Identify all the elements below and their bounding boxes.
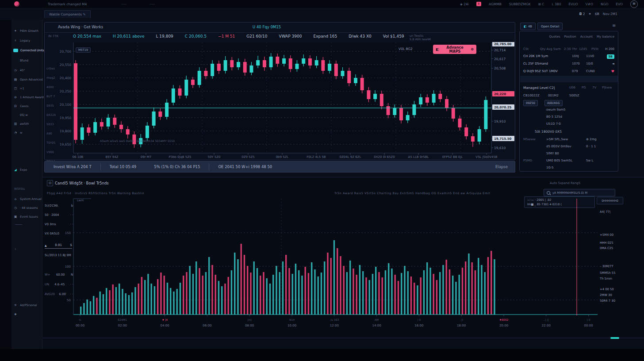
stepper-up-icon[interactable]: ▲ (45, 244, 47, 247)
advanced-maps-button[interactable]: ◧ Advance MAPS ⊜ (433, 45, 476, 54)
sidebar-item[interactable]: Connected Units (13, 49, 44, 52)
info-row: VX 0A5L0 (45, 232, 73, 235)
volume-bar (426, 262, 428, 315)
volume-bar (202, 276, 203, 315)
menu-item[interactable]: NGO (601, 2, 608, 6)
volume-bar (365, 277, 367, 315)
panel-link[interactable]: Account (580, 35, 593, 38)
menu-item[interactable]: ⊞ C (538, 2, 544, 6)
volume-bar (170, 288, 171, 315)
volume-bar (436, 280, 437, 315)
order-row-name[interactable]: CH 20K 1M 5ym (523, 54, 548, 58)
volume-bar (103, 294, 104, 315)
sidebar-item[interactable]: ▤Open Advanced (13, 78, 43, 81)
menu-item[interactable]: ····· (150, 2, 155, 6)
info-row: 5U/2C99.b (45, 204, 73, 207)
volume-bar (314, 269, 315, 315)
volume-series (80, 240, 495, 315)
menu-item[interactable]: L 380 (552, 2, 561, 6)
x-axis-label: 16:00 (414, 324, 423, 327)
sidebar-item[interactable]: ◈ (13, 312, 20, 316)
volume-bar (292, 274, 293, 315)
workspace-tab[interactable]: Wattle Components ✎ (44, 10, 91, 18)
x-axis-label: 02:00 (118, 324, 127, 327)
sidebar-item[interactable]: ⊜1 Amount Award (13, 96, 44, 99)
sidebar-item[interactable]: ✳Ad/P5rsonal (13, 303, 37, 307)
menu-item[interactable]: ◈ 24i (460, 2, 469, 6)
stepper-value[interactable]: 0.01 (55, 243, 62, 247)
panel-checkbox-icon[interactable]: ⊡ (47, 180, 53, 186)
sl-line-label: 5L/2013 11.BJ 9M (45, 253, 71, 257)
toolbar-icon[interactable]: ✦ (589, 12, 591, 16)
trading-app-root: Trademark changed M4·········· ◈ 24i!AGM… (0, 0, 644, 361)
order-row-price: 11V0 (586, 54, 594, 58)
candle (165, 103, 169, 117)
menu-item[interactable]: SUBBDZMGK (509, 2, 531, 6)
order-row-name[interactable]: CL 25F D5mand (523, 62, 548, 65)
sidebar-item[interactable]: › (13, 247, 20, 251)
volume-bar (131, 292, 133, 315)
volume-bar (199, 268, 200, 315)
sidebar-item[interactable]: 0S| w (13, 113, 28, 117)
quantity-stepper[interactable]: ▲0.01$ (45, 242, 72, 249)
section-chip[interactable]: A00/A5G (544, 100, 563, 106)
menu-item[interactable]: EVUO (568, 2, 578, 6)
menu-item[interactable]: AGMMB (489, 2, 502, 6)
panel-link[interactable]: My balance (597, 35, 614, 38)
panel-menu-icon[interactable]: ≡ (612, 23, 616, 28)
order-row-qty: 1070 (572, 62, 580, 65)
volume-bar (327, 253, 328, 315)
volume-bar (465, 261, 466, 315)
sidebar-item[interactable]: ⌂System Annual (13, 197, 42, 201)
main-chart-panel: Avada Wing · Get Works U 40 Fqy 0M15 IN … (44, 22, 515, 160)
menu-item[interactable]: ····· (121, 2, 126, 6)
sidebar-item[interactable]: ✦P4lm Growth (13, 29, 38, 33)
sidebar-item[interactable]: ◢Expo (13, 168, 27, 172)
status-item: OE 2041 50 W+i 1998 48 50 (209, 165, 281, 169)
volume-bar (244, 255, 245, 315)
volume-bar (269, 284, 271, 315)
panel-tab[interactable]: Open Detail (537, 23, 563, 30)
detail-alert: ⊕ 2mg (586, 138, 597, 141)
sidebar-item[interactable]: ♯Legacy (13, 39, 30, 42)
sidebar-item[interactable]: ◷· 44 seasons (13, 206, 38, 210)
sidebar-item[interactable]: ◷45° (13, 69, 25, 72)
candle (295, 64, 299, 69)
section-chip[interactable]: 09Z50 (523, 100, 538, 106)
panel-tab[interactable]: ◧4B (520, 23, 536, 30)
candle (172, 88, 175, 103)
volume-bar (401, 273, 402, 315)
sidebar-item[interactable]: ◫+1 (13, 87, 24, 90)
y-axis-label: 20,250 (60, 89, 71, 93)
sidebar-item[interactable]: ◔w (13, 131, 22, 134)
notification-badge[interactable]: ! (476, 2, 481, 6)
sidebar-item-label: Connected Units (20, 49, 44, 52)
menu-item[interactable]: EVO (616, 2, 623, 6)
right-axis-label: HHH 025 (600, 241, 613, 245)
toolbar-icon[interactable]: ◘ 2 (579, 12, 585, 16)
candle (302, 58, 305, 64)
panel-link[interactable]: Quotes (549, 35, 560, 38)
volume-bar (382, 277, 383, 315)
sidebar-item[interactable]: ▥aw5th (13, 122, 29, 126)
app-logo-icon[interactable] (14, 1, 19, 7)
sidebar-item[interactable]: Bfund (13, 59, 28, 62)
candle (360, 78, 364, 90)
menu-item[interactable]: V#O (586, 2, 593, 6)
menu-item[interactable]: Trademark changed M4 (48, 2, 87, 6)
toolbar-icon[interactable]: 6B (595, 12, 599, 16)
volume-bar (410, 277, 412, 315)
candle (230, 60, 234, 67)
panel-link[interactable]: Position (564, 35, 576, 38)
volume-bar (215, 275, 216, 315)
volume-bar (288, 268, 290, 315)
sidebar-item[interactable]: ⊟Cases (13, 104, 28, 108)
horizontal-scrollbar[interactable] (42, 337, 644, 339)
sidebar-item[interactable]: ▣Event Issues (13, 215, 38, 219)
volume-bar (196, 261, 197, 315)
right-axis-label: A4| 77| (600, 210, 610, 214)
scrollbar-thumb[interactable] (610, 337, 619, 339)
menu-icon[interactable]: ≡ (630, 0, 638, 8)
info-value: · · (70, 213, 73, 217)
order-row-name[interactable]: Q 0UJ9 95Z 5UT 1M0V (523, 69, 558, 73)
